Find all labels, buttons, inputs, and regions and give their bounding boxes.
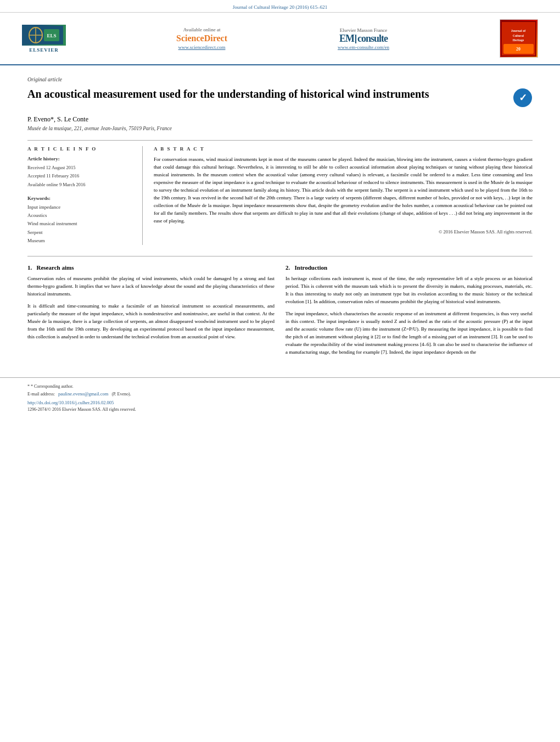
svg-text:20: 20 (516, 47, 520, 52)
article-title-text: An acoustical measurement used for the u… (27, 87, 429, 101)
journal-citation: Journal of Cultural Heritage 20 (2016) 6… (233, 4, 327, 10)
keyword-4: Serpent (27, 228, 135, 237)
elsevier-masson-label: Elsevier Masson France (340, 27, 387, 33)
keyword-3: Wind musical instrument (27, 220, 135, 228)
keywords-label: Keywords: (27, 196, 135, 201)
authors: P. Eveno*, S. Le Conte (27, 115, 533, 124)
email-address[interactable]: pauline.eveno@gmail.com (58, 391, 108, 397)
sciencedirect-url[interactable]: www.sciencedirect.com (178, 44, 226, 50)
received-date: Received 12 August 2015 (27, 164, 135, 172)
available-date: Available online 9 March 2016 (27, 181, 135, 189)
article-info-header: A R T I C L E I N F O (27, 146, 135, 152)
article-title-block: An acoustical measurement used for the u… (27, 87, 533, 108)
em-consulte-logo: EMconsulte (339, 33, 388, 44)
section-1-title: 1. Research aims (27, 264, 275, 271)
section-2-col: 2. Introduction In heritage collections … (285, 264, 533, 360)
copyright: © 2016 Elsevier Masson SAS. All rights r… (154, 229, 533, 235)
article-info-column: A R T I C L E I N F O Article history: R… (27, 146, 143, 245)
corresponding-author-note: * * Corresponding author. (27, 383, 533, 390)
sciencedirect-block: Available online at ScienceDirect www.sc… (176, 27, 227, 50)
email-person: (P. Eveno). (111, 392, 131, 397)
keyword-1: Input impedance (27, 203, 135, 211)
email-label: E-mail address: (27, 392, 55, 397)
section-1-para-2: It is difficult and time-consuming to ma… (27, 303, 275, 341)
issn-line: 1296-2074/© 2016 Elsevier Masson SAS. Al… (27, 406, 533, 414)
corresponding-label: * Corresponding author. (31, 384, 74, 389)
elsevier-logo: ELS ELSEVIER (22, 25, 66, 53)
section-2-title: 2. Introduction (285, 264, 533, 271)
logo-banner: ELS ELSEVIER Available online at Science… (0, 13, 560, 65)
section-divider (27, 256, 533, 256)
journal-logo: Journal of Cultural Heritage 20 (500, 19, 538, 58)
abstract-column: A B S T R A C T For conservation reasons… (154, 146, 533, 245)
section-2-heading: Introduction (295, 264, 328, 271)
section-1-heading: Research aims (37, 264, 74, 271)
article-type: Original article (27, 76, 533, 82)
elsevier-label: ELSEVIER (29, 47, 59, 53)
section-2-number: 2. (285, 264, 290, 271)
affiliation: Musée de la musique, 221, avenue Jean-Ja… (27, 126, 533, 131)
svg-text:Journal of: Journal of (511, 29, 527, 32)
section-1-para-1: Conservation rules of museums prohibit t… (27, 275, 275, 298)
article-content: Original article An acoustical measureme… (0, 65, 560, 372)
author-names: P. Eveno*, S. Le Conte (27, 115, 88, 123)
journal-header: Journal of Cultural Heritage 20 (2016) 6… (0, 0, 560, 13)
keyword-2: Acoustics (27, 211, 135, 220)
em-url[interactable]: www.em-consulte.com/en (338, 44, 389, 50)
accepted-date: Accepted 11 February 2016 (27, 172, 135, 180)
doi-link[interactable]: http://dx.doi.org/10.1016/j.culher.2016.… (27, 400, 533, 405)
body-content: 1. Research aims Conservation rules of m… (27, 264, 533, 360)
section-2-para-2: The input impedance, which characterises… (285, 310, 533, 356)
footer: * * Corresponding author. E-mail address… (0, 377, 560, 417)
section-1-col: 1. Research aims Conservation rules of m… (27, 264, 275, 360)
article-info-abstract: A R T I C L E I N F O Article history: R… (27, 140, 533, 245)
abstract-header: A B S T R A C T (154, 146, 533, 152)
keywords-list: Input impedance Acoustics Wind musical i… (27, 203, 135, 245)
keyword-5: Museum (27, 237, 135, 245)
email-line: E-mail address: pauline.eveno@gmail.com … (27, 390, 533, 398)
svg-text:ELS: ELS (47, 33, 56, 38)
elsevier-masson-block: Elsevier Masson France EMconsulte www.em… (338, 27, 389, 50)
history-label: Article history: (27, 156, 135, 161)
svg-text:✓: ✓ (519, 92, 527, 103)
svg-text:Cultural: Cultural (513, 34, 524, 37)
available-online-text: Available online at (183, 27, 221, 32)
section-1-number: 1. (27, 264, 32, 271)
article-dates: Received 12 August 2015 Accepted 11 Febr… (27, 164, 135, 189)
abstract-text: For conservation reasons, wind musical i… (154, 156, 533, 225)
elsevier-graphic: ELS (22, 25, 66, 46)
section-2-para-1: In heritage collections each instrument … (285, 275, 533, 306)
svg-text:Heritage: Heritage (513, 38, 524, 42)
sciencedirect-name: ScienceDirect (176, 34, 227, 43)
page: Journal of Cultural Heritage 20 (2016) 6… (0, 0, 560, 742)
crossmark-icon: ✓ (513, 88, 533, 108)
